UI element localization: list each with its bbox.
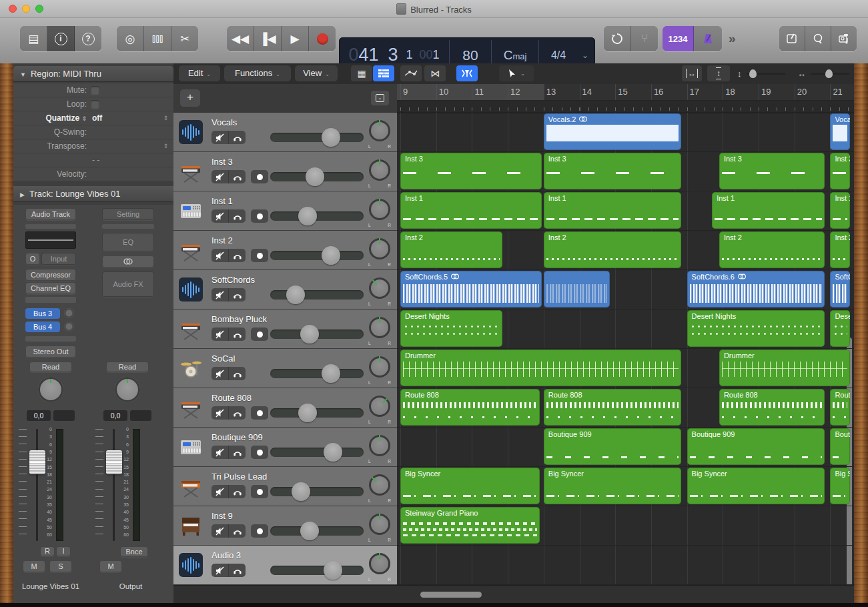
mute-icon[interactable] — [211, 485, 229, 498]
volume-slider[interactable] — [270, 369, 364, 378]
mute-icon[interactable] — [211, 288, 229, 301]
edit-menu[interactable]: Edit⌄ — [179, 65, 220, 81]
region-inst-1[interactable]: Inst 1 — [544, 192, 681, 229]
gain-reducer-slot-right[interactable] — [102, 224, 154, 229]
mute-icon[interactable] — [211, 406, 229, 420]
solo-headphones-icon[interactable] — [229, 406, 246, 420]
mute-icon[interactable] — [211, 564, 229, 577]
track-header-boutique-909[interactable]: Boutique 909LR — [173, 428, 397, 467]
solo-button-left[interactable]: S — [49, 560, 72, 572]
volume-slider-thumb[interactable] — [322, 364, 340, 383]
volume-slider[interactable] — [270, 133, 364, 142]
fx-slot-channel-eq[interactable]: Channel EQ — [25, 282, 76, 294]
setting-header-button[interactable]: Setting — [102, 208, 154, 220]
pan-knob[interactable]: LR — [369, 356, 390, 378]
volume-slider-thumb[interactable] — [298, 404, 317, 422]
rewind-icon[interactable]: ◀◀ — [227, 26, 254, 51]
output-slot-stereo-out[interactable]: Stereo Out — [25, 346, 76, 358]
param-row-velocity[interactable]: Velocity: — [13, 167, 173, 181]
volume-slider[interactable] — [270, 566, 364, 575]
solo-headphones-icon[interactable] — [229, 209, 246, 223]
region-inst-1[interactable]: Inst 1 — [830, 192, 849, 229]
mute-icon[interactable] — [211, 249, 229, 262]
volume-slider-thumb[interactable] — [300, 522, 319, 540]
record-enable-button[interactable] — [251, 209, 268, 223]
input-monitor-button[interactable]: I — [56, 546, 71, 556]
volume-slider-thumb[interactable] — [298, 207, 317, 225]
volume-slider-thumb[interactable] — [306, 167, 324, 186]
pan-knob[interactable]: LR — [369, 514, 390, 535]
volume-slider[interactable] — [270, 211, 364, 221]
eq-thumbnail-right[interactable]: EQ — [102, 233, 154, 251]
region-inst-2[interactable]: Inst 2 — [830, 231, 849, 268]
mute-icon[interactable] — [211, 131, 229, 144]
loop-checkbox[interactable] — [91, 100, 99, 109]
tuner-icon[interactable]: ⑂ — [631, 26, 658, 51]
region-route-808[interactable]: Route 808 — [400, 389, 540, 426]
track-header-inst-9[interactable]: Inst 9LR — [173, 506, 397, 546]
go-to-beginning-icon[interactable]: ▐◀ — [254, 26, 282, 51]
zoom-to-fit-vertical-icon[interactable]: ↕ — [707, 65, 730, 81]
vertical-zoom-slider[interactable]: ↕ — [737, 69, 785, 77]
loop-browser-icon[interactable] — [805, 26, 831, 51]
pan-knob[interactable]: LR — [369, 238, 390, 259]
track-header-socal[interactable]: SoCalLR — [173, 349, 397, 388]
read-enable-button[interactable]: R — [40, 546, 55, 556]
grid-view-icon[interactable]: ▦ — [351, 65, 372, 81]
record-enable-button[interactable] — [251, 249, 268, 262]
track-inspector-header[interactable]: ▶Track: Lounge Vibes 01 — [13, 186, 173, 202]
solo-headphones-icon[interactable] — [229, 485, 246, 498]
toolbar-overflow-chevrons[interactable]: » — [729, 31, 735, 46]
record-enable-button[interactable] — [251, 170, 268, 183]
solo-headphones-icon[interactable] — [229, 170, 246, 183]
region-inst-3[interactable]: Inst 3 — [719, 153, 825, 189]
add-track-button[interactable]: + — [180, 89, 200, 107]
track-header-inst-2[interactable]: Inst 2LR — [173, 231, 397, 270]
pan-knob[interactable]: LR — [369, 159, 390, 181]
audio-track-header-button[interactable]: Audio Track — [25, 208, 76, 220]
record-enable-button[interactable] — [251, 485, 268, 498]
bounce-button[interactable]: Bnce — [120, 546, 148, 557]
empty-send-slot[interactable] — [25, 336, 76, 342]
library-icon[interactable]: ▤ — [20, 26, 47, 51]
mute-checkbox[interactable] — [91, 86, 99, 95]
pointer-tool-menu[interactable]: ⌄ — [499, 65, 534, 81]
region-big-syncer[interactable]: Big Syncer — [830, 468, 849, 504]
send-level-knob[interactable] — [64, 308, 74, 318]
mute-icon[interactable] — [211, 170, 229, 183]
region-inst-1[interactable]: Inst 1 — [712, 192, 825, 229]
inspector-toggle-icon[interactable]: i — [47, 26, 75, 51]
quick-help-icon[interactable]: ? — [75, 26, 101, 51]
volume-slider[interactable] — [270, 487, 364, 496]
volume-slider-thumb[interactable] — [292, 482, 310, 501]
gain-value-left[interactable]: 0,0 — [27, 410, 51, 421]
pan-knob[interactable]: LR — [369, 199, 390, 220]
bar-ruler[interactable]: 9101112131415161718192021 — [397, 84, 854, 101]
region-desert-nights[interactable]: Desert Nights — [687, 310, 825, 347]
mute-icon[interactable] — [211, 367, 229, 380]
region-softchords-5[interactable]: SoftChords.5 — [400, 271, 542, 308]
volume-slider[interactable] — [270, 290, 364, 299]
solo-headphones-icon[interactable] — [229, 288, 246, 301]
count-in-button[interactable]: 1234 — [663, 26, 694, 51]
region-desert-nights[interactable]: Desert Nights — [400, 310, 502, 347]
region-boutique-909[interactable]: Boutique 909 — [830, 428, 849, 465]
pan-knob[interactable]: LR — [369, 277, 390, 299]
cycle-icon[interactable] — [604, 26, 631, 51]
view-menu[interactable]: View⌄ — [295, 65, 338, 81]
track-header-route-808[interactable]: Route 808LR — [173, 388, 397, 428]
pan-knob[interactable]: LR — [369, 317, 390, 338]
solo-headphones-icon[interactable] — [229, 131, 246, 144]
zoom-to-fit-horizontal-icon[interactable]: ↔ — [682, 65, 702, 81]
fx-slot-compressor[interactable]: Compressor — [25, 269, 76, 281]
record-enable-button[interactable] — [251, 446, 268, 459]
region-drummer[interactable]: Drummer — [719, 350, 850, 386]
input-slot[interactable]: Input — [41, 253, 76, 265]
volume-slider-thumb[interactable] — [300, 325, 319, 344]
mute-icon[interactable] — [211, 524, 229, 538]
region-big-syncer[interactable]: Big Syncer — [400, 468, 540, 504]
param-row-qswing[interactable]: Q-Swing: — [13, 125, 173, 139]
region-boutique-909[interactable]: Boutique 909 — [544, 428, 681, 465]
region-vocals-2[interactable]: Vocals.2 — [830, 113, 849, 150]
pan-knob[interactable]: LR — [369, 396, 390, 417]
